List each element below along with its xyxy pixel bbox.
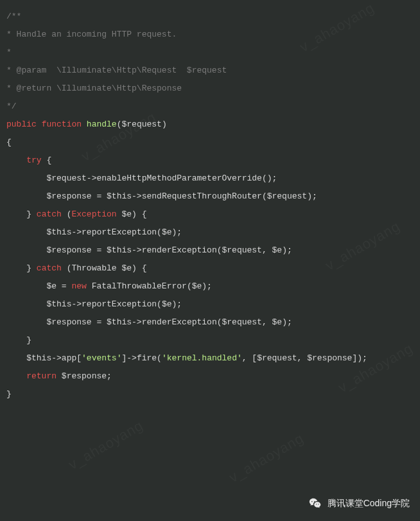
code-line: $this->reportException($e); (6, 296, 414, 313)
code-token: public (6, 119, 37, 129)
code-token: * @param \Illuminate\Http\Request $reque… (6, 66, 227, 75)
code-token: } (26, 263, 37, 273)
code-line: $this->reportException($e); (6, 224, 414, 242)
code-token: $this (46, 299, 71, 309)
code-line: $response = $this->renderException($requ… (6, 242, 414, 260)
code-token: ) { (132, 263, 146, 273)
code-line: * (6, 44, 414, 62)
code-token: $this (107, 317, 132, 327)
code-token: FatalThrowableError (92, 281, 187, 291)
code-token: , (262, 245, 272, 255)
code-token: $request (46, 173, 86, 183)
code-token: , (262, 317, 272, 327)
code-token: ); (172, 227, 182, 237)
code-token: enableHttpMethodParameterOverride (96, 173, 261, 183)
code-token: $request (267, 191, 307, 201)
code-token (37, 119, 42, 129)
code-line: } (6, 385, 414, 403)
code-token: Exception (71, 209, 116, 219)
code-token: $e (192, 281, 202, 291)
code-token: ); (307, 191, 317, 201)
code-token: 'kernel.handled' (162, 353, 242, 363)
code-token: ; (107, 371, 112, 381)
code-token: } (26, 209, 37, 219)
code-line: $this->app['events']->fire('kernel.handl… (6, 349, 414, 367)
code-token: -> (132, 317, 142, 327)
code-line: * Handle an incoming HTTP request. (6, 26, 414, 44)
code-token (82, 119, 87, 129)
code-token: renderException (142, 245, 217, 255)
code-token: ( (62, 209, 72, 219)
code-token: ) (162, 119, 167, 129)
footer-label: 腾讯课堂Coding学院 (328, 498, 410, 509)
code-token: = (92, 191, 107, 201)
code-token: $request (257, 353, 297, 363)
code-token: $response (307, 353, 352, 363)
code-token (57, 371, 62, 381)
code-token: reportException (82, 299, 157, 309)
code-token: * (6, 48, 12, 57)
code-token: -> (71, 299, 82, 309)
code-token: -> (132, 245, 142, 255)
code-line: public function handle($request) (6, 116, 414, 134)
code-token: $this (46, 227, 71, 237)
code-token: Throwable (71, 263, 116, 273)
code-token: $e (121, 209, 132, 219)
code-token: } (6, 389, 12, 399)
code-token: $this (107, 191, 132, 201)
code-token: */ (6, 102, 17, 111)
code-token: 'events' (82, 353, 121, 363)
code-token: ); (172, 299, 182, 309)
code-token: fire (137, 353, 157, 363)
code-token: $e (272, 245, 283, 255)
code-token: $request (222, 245, 262, 255)
wechat-icon (308, 497, 322, 511)
code-token: $this (26, 353, 51, 363)
code-token: /** (6, 12, 21, 21)
code-token: reportException (82, 227, 157, 237)
code-token: catch (37, 263, 62, 273)
code-line: } catch (Throwable $e) { (6, 260, 414, 278)
code-token: ( (62, 263, 72, 273)
code-token: -> (132, 191, 142, 201)
code-token: return (26, 371, 57, 381)
code-token: $request (222, 317, 262, 327)
code-token: $response (46, 317, 91, 327)
code-token: $request (121, 119, 161, 129)
code-line: } (6, 331, 414, 349)
code-token: $response (46, 245, 91, 255)
code-token: , (297, 353, 308, 363)
code-token: function (42, 119, 82, 129)
code-token: $this (107, 245, 132, 255)
code-token: ]); (352, 353, 367, 363)
code-token: $e (162, 227, 172, 237)
code-token: renderException (142, 317, 217, 327)
code-line: $response = $this->sendRequestThroughRou… (6, 188, 414, 206)
code-token: catch (37, 209, 62, 219)
code-token: [ (76, 353, 82, 363)
code-token: $response (46, 191, 91, 201)
code-token: { (46, 155, 51, 165)
code-token: ( (187, 281, 192, 291)
code-token: new (71, 281, 86, 291)
code-token: app (62, 353, 76, 363)
code-block: /*** Handle an incoming HTTP request.** … (0, 0, 420, 411)
code-token: * @return \Illuminate\Http\Response (6, 84, 182, 93)
code-token: $e (46, 281, 57, 291)
code-line: * @param \Illuminate\Http\Request $reque… (6, 62, 414, 80)
code-token: sendRequestThroughRouter (142, 191, 262, 201)
code-token: { (6, 137, 12, 147)
code-token: -> (51, 353, 62, 363)
code-line: try { (6, 152, 414, 170)
code-token: ) { (132, 209, 146, 219)
code-line: return $response; (6, 367, 414, 385)
code-token: try (26, 155, 41, 165)
code-line: $request->enableHttpMethodParameterOverr… (6, 170, 414, 188)
code-token: $e (121, 263, 132, 273)
code-token: $e (162, 299, 172, 309)
code-token: ( (157, 227, 162, 237)
code-token: -> (87, 173, 97, 183)
code-token: $e (272, 317, 283, 327)
watermark: v_ahaoyang (226, 430, 306, 486)
code-token: -> (71, 227, 82, 237)
